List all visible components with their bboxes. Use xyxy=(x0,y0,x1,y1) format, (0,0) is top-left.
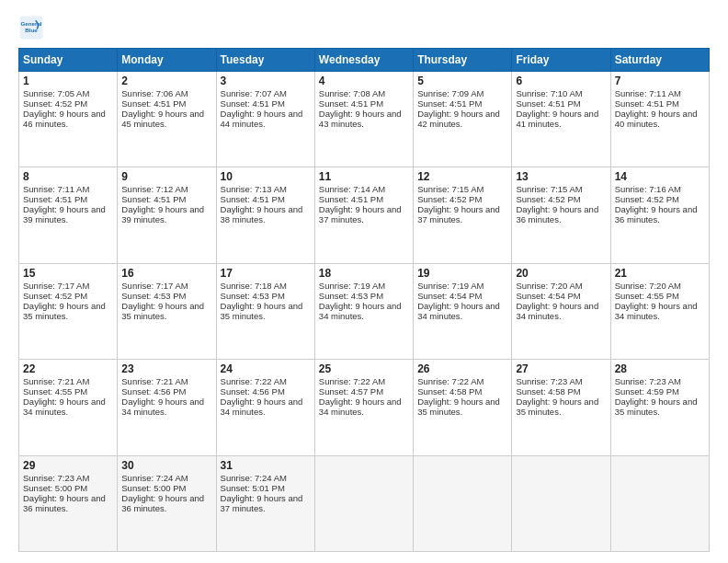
day-number: 19 xyxy=(417,267,507,280)
calendar-cell: 31Sunrise: 7:24 AMSunset: 5:01 PMDayligh… xyxy=(216,455,314,551)
daylight-label: Daylight: 9 hours and 35 minutes. xyxy=(121,301,204,321)
daylight-label: Daylight: 9 hours and 36 minutes. xyxy=(615,204,698,224)
calendar-cell: 29Sunrise: 7:23 AMSunset: 5:00 PMDayligh… xyxy=(19,455,118,551)
sunrise-label: Sunrise: 7:23 AM xyxy=(23,473,89,483)
day-number: 12 xyxy=(417,170,507,183)
daylight-label: Daylight: 9 hours and 34 minutes. xyxy=(319,396,402,417)
sunrise-label: Sunrise: 7:20 AM xyxy=(615,281,681,291)
calendar-day-header: Wednesday xyxy=(314,49,413,72)
sunrise-label: Sunrise: 7:06 AM xyxy=(121,88,188,98)
sunrise-label: Sunrise: 7:22 AM xyxy=(221,376,287,386)
day-number: 14 xyxy=(615,170,705,183)
calendar-week-row: 29Sunrise: 7:23 AMSunset: 5:00 PMDayligh… xyxy=(19,455,710,551)
calendar-day-header: Thursday xyxy=(414,49,512,72)
sunrise-label: Sunrise: 7:09 AM xyxy=(417,88,483,98)
day-number: 4 xyxy=(319,75,409,87)
sunset-label: Sunset: 4:52 PM xyxy=(23,98,87,109)
calendar-cell: 6Sunrise: 7:10 AMSunset: 4:51 PMDaylight… xyxy=(512,72,610,167)
calendar-cell: 11Sunrise: 7:14 AMSunset: 4:51 PMDayligh… xyxy=(314,167,413,263)
daylight-label: Daylight: 9 hours and 34 minutes. xyxy=(319,301,402,321)
day-number: 22 xyxy=(23,362,113,375)
daylight-label: Daylight: 9 hours and 35 minutes. xyxy=(516,396,598,417)
svg-text:General: General xyxy=(20,20,41,27)
sunset-label: Sunset: 4:55 PM xyxy=(23,386,87,396)
sunrise-label: Sunrise: 7:17 AM xyxy=(23,281,89,291)
daylight-label: Daylight: 9 hours and 38 minutes. xyxy=(221,204,303,224)
day-number: 29 xyxy=(23,459,113,472)
daylight-label: Daylight: 9 hours and 35 minutes. xyxy=(615,396,698,417)
sunset-label: Sunset: 4:51 PM xyxy=(319,98,383,109)
daylight-label: Daylight: 9 hours and 39 minutes. xyxy=(23,204,106,224)
sunrise-label: Sunrise: 7:16 AM xyxy=(615,184,681,194)
calendar-cell: 2Sunrise: 7:06 AMSunset: 4:51 PMDaylight… xyxy=(118,72,216,167)
day-number: 1 xyxy=(23,75,113,87)
calendar-day-header: Tuesday xyxy=(216,49,314,72)
day-number: 7 xyxy=(615,75,705,87)
calendar-cell: 1Sunrise: 7:05 AMSunset: 4:52 PMDaylight… xyxy=(19,72,118,167)
daylight-label: Daylight: 9 hours and 39 minutes. xyxy=(121,204,204,224)
calendar-cell xyxy=(414,455,512,551)
sunset-label: Sunset: 4:54 PM xyxy=(516,291,580,301)
calendar-cell: 14Sunrise: 7:16 AMSunset: 4:52 PMDayligh… xyxy=(610,167,709,263)
calendar-day-header: Friday xyxy=(512,49,610,72)
calendar-cell xyxy=(512,455,610,551)
calendar-cell: 18Sunrise: 7:19 AMSunset: 4:53 PMDayligh… xyxy=(314,263,413,359)
calendar-cell xyxy=(610,455,709,551)
sunset-label: Sunset: 4:52 PM xyxy=(516,194,580,204)
sunset-label: Sunset: 5:00 PM xyxy=(23,483,87,493)
day-number: 9 xyxy=(121,170,211,183)
sunset-label: Sunset: 4:56 PM xyxy=(221,386,285,396)
sunrise-label: Sunrise: 7:15 AM xyxy=(516,184,582,194)
calendar-day-header: Monday xyxy=(118,49,216,72)
sunset-label: Sunset: 4:51 PM xyxy=(221,98,285,109)
sunset-label: Sunset: 4:59 PM xyxy=(615,386,679,396)
day-number: 25 xyxy=(319,362,409,375)
sunset-label: Sunset: 5:00 PM xyxy=(121,483,186,493)
daylight-label: Daylight: 9 hours and 35 minutes. xyxy=(221,301,303,321)
sunset-label: Sunset: 4:54 PM xyxy=(417,291,482,301)
sunset-label: Sunset: 4:57 PM xyxy=(319,386,383,396)
calendar-day-header: Sunday xyxy=(19,49,118,72)
day-number: 13 xyxy=(516,170,606,183)
sunset-label: Sunset: 4:51 PM xyxy=(516,98,580,109)
daylight-label: Daylight: 9 hours and 36 minutes. xyxy=(23,493,106,513)
calendar-cell: 22Sunrise: 7:21 AMSunset: 4:55 PMDayligh… xyxy=(19,360,118,455)
daylight-label: Daylight: 9 hours and 41 minutes. xyxy=(516,109,598,129)
calendar-day-header: Saturday xyxy=(610,49,709,72)
day-number: 18 xyxy=(319,267,409,280)
svg-text:Blue: Blue xyxy=(25,27,38,33)
sunrise-label: Sunrise: 7:19 AM xyxy=(319,281,385,291)
sunrise-label: Sunrise: 7:22 AM xyxy=(417,376,483,386)
calendar-cell: 10Sunrise: 7:13 AMSunset: 4:51 PMDayligh… xyxy=(216,167,314,263)
day-number: 11 xyxy=(319,170,409,183)
sunset-label: Sunset: 4:51 PM xyxy=(121,194,186,204)
calendar-cell: 28Sunrise: 7:23 AMSunset: 4:59 PMDayligh… xyxy=(610,360,709,455)
sunrise-label: Sunrise: 7:22 AM xyxy=(319,376,385,386)
sunrise-label: Sunrise: 7:14 AM xyxy=(319,184,385,194)
sunrise-label: Sunrise: 7:08 AM xyxy=(319,88,385,98)
sunrise-label: Sunrise: 7:11 AM xyxy=(23,184,89,194)
calendar-week-row: 15Sunrise: 7:17 AMSunset: 4:52 PMDayligh… xyxy=(19,263,710,359)
day-number: 17 xyxy=(221,267,311,280)
calendar-cell: 24Sunrise: 7:22 AMSunset: 4:56 PMDayligh… xyxy=(216,360,314,455)
daylight-label: Daylight: 9 hours and 34 minutes. xyxy=(221,396,303,417)
sunrise-label: Sunrise: 7:11 AM xyxy=(615,88,681,98)
calendar-cell: 5Sunrise: 7:09 AMSunset: 4:51 PMDaylight… xyxy=(414,72,512,167)
daylight-label: Daylight: 9 hours and 34 minutes. xyxy=(121,396,204,417)
sunset-label: Sunset: 4:53 PM xyxy=(121,291,186,301)
calendar-week-row: 8Sunrise: 7:11 AMSunset: 4:51 PMDaylight… xyxy=(19,167,710,263)
sunset-label: Sunset: 4:52 PM xyxy=(417,194,482,204)
sunrise-label: Sunrise: 7:20 AM xyxy=(516,281,582,291)
calendar-cell xyxy=(314,455,413,551)
calendar-cell: 15Sunrise: 7:17 AMSunset: 4:52 PMDayligh… xyxy=(19,263,118,359)
daylight-label: Daylight: 9 hours and 45 minutes. xyxy=(121,109,204,129)
calendar-cell: 20Sunrise: 7:20 AMSunset: 4:54 PMDayligh… xyxy=(512,263,610,359)
logo-icon: General Blue xyxy=(18,15,44,40)
sunrise-label: Sunrise: 7:13 AM xyxy=(221,184,287,194)
sunset-label: Sunset: 4:51 PM xyxy=(615,98,679,109)
daylight-label: Daylight: 9 hours and 34 minutes. xyxy=(615,301,698,321)
sunset-label: Sunset: 4:55 PM xyxy=(615,291,679,301)
calendar-cell: 13Sunrise: 7:15 AMSunset: 4:52 PMDayligh… xyxy=(512,167,610,263)
day-number: 15 xyxy=(23,267,113,280)
day-number: 16 xyxy=(121,267,211,280)
